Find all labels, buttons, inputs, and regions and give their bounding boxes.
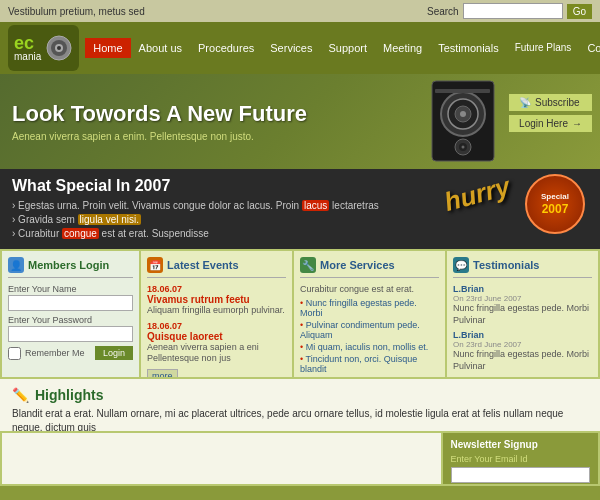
subscribe-icon: 📡 xyxy=(519,97,531,108)
services-panel-title: More Services xyxy=(320,259,395,271)
special-badge: Special 2007 xyxy=(525,174,585,234)
svg-point-8 xyxy=(460,111,466,117)
search-area: Search Go xyxy=(427,3,592,19)
badge-year: 2007 xyxy=(542,202,569,216)
testimonial2-name: L.Brian xyxy=(453,330,592,340)
more-services-panel: 🔧 More Services Curabitur congue est at … xyxy=(294,251,445,377)
highlights-title: ✏️ Highlights xyxy=(12,387,588,403)
speaker-svg xyxy=(430,79,500,164)
login-here-button[interactable]: Login Here → xyxy=(509,115,592,132)
events-panel-title: Latest Events xyxy=(167,259,239,271)
search-input[interactable] xyxy=(463,3,563,19)
members-panel-header: 👤 Members Login xyxy=(8,257,133,278)
testimonial2-text: Nunc fringilla egestas pede. Morbi Pulvi… xyxy=(453,349,592,372)
members-icon: 👤 xyxy=(8,257,24,273)
event1-desc: Aliquam fringilla eumorph pulvinar. xyxy=(147,305,286,317)
content-grid: 👤 Members Login Enter Your Name Enter Yo… xyxy=(0,249,600,379)
services-icon: 🔧 xyxy=(300,257,316,273)
pencil-icon: ✏️ xyxy=(12,387,29,403)
testimonials-panel: 💬 Testimonials L.Brian On 23rd June 2007… xyxy=(447,251,598,377)
testimonial-1: L.Brian On 23rd June 2007 Nunc fringilla… xyxy=(453,284,592,326)
highlights-text: Blandit erat a erat. Nullam ornare, mi a… xyxy=(12,407,588,431)
hero-text: Look Towords A New Future Aenean viverra… xyxy=(12,101,307,142)
login-button[interactable]: Login xyxy=(95,346,133,360)
search-go-button[interactable]: Go xyxy=(567,4,592,19)
logo-mania: mania xyxy=(14,52,41,62)
testimonial1-date: On 23rd June 2007 xyxy=(453,294,592,303)
members-login-panel: 👤 Members Login Enter Your Name Enter Yo… xyxy=(2,251,139,377)
password-field: Enter Your Password xyxy=(8,315,133,342)
newsletter-label: Enter Your Email Id xyxy=(451,454,591,464)
hero-headline: Look Towords A New Future xyxy=(12,101,307,127)
tagline: Vestibulum pretium, metus sed xyxy=(8,6,145,17)
newsletter-panel: Newsletter Signup Enter Your Email Id xyxy=(443,433,599,484)
svg-point-3 xyxy=(57,46,61,50)
special-lines: › Egestas urna. Proin velit. Vivamus con… xyxy=(12,199,588,241)
event-1: 18.06.07 Vivamus rutrum feetu Aliquam fr… xyxy=(147,284,286,317)
svg-point-11 xyxy=(462,146,465,149)
newsletter-title: Newsletter Signup xyxy=(451,439,591,450)
event1-title[interactable]: Vivamus rutrum feetu xyxy=(147,294,286,305)
services-panel-header: 🔧 More Services xyxy=(300,257,439,278)
event2-date: 18.06.07 xyxy=(147,321,286,331)
members-panel-title: Members Login xyxy=(28,259,109,271)
badge-special: Special xyxy=(541,192,569,202)
logo-disc-icon xyxy=(45,34,73,62)
search-label: Search xyxy=(427,6,459,17)
svg-rect-12 xyxy=(435,89,490,93)
footer-row: Newsletter Signup Enter Your Email Id xyxy=(0,431,600,486)
nav-future[interactable]: Future Plans xyxy=(507,38,580,58)
logo: ec mania xyxy=(8,25,79,71)
nav-about[interactable]: About us xyxy=(131,38,190,58)
special-line3: Curabitur congue est at erat. Suspendiss… xyxy=(18,228,209,239)
logo-ec: ec xyxy=(14,34,34,52)
hero-subtext: Aenean viverra sapien a enim. Pellentesq… xyxy=(12,131,307,142)
nav-procedures[interactable]: Procedures xyxy=(190,38,262,58)
nav-contact[interactable]: Contact xyxy=(579,38,600,58)
top-bar: Vestibulum pretium, metus sed Search Go xyxy=(0,0,600,22)
service-item-3[interactable]: Mi quam, iaculis non, mollis et. xyxy=(300,341,439,353)
events-more-link[interactable]: more xyxy=(147,369,178,377)
service-item-1[interactable]: Nunc fringilla egestas pede. Morbi xyxy=(300,297,439,319)
event2-title[interactable]: Quisque laoreet xyxy=(147,331,286,342)
arrow-icon: → xyxy=(572,118,582,129)
nav-home[interactable]: Home xyxy=(85,38,130,58)
service-item-2[interactable]: Pulvinar condimentum pede. Aliquam xyxy=(300,319,439,341)
highlights-section: ✏️ Highlights Blandit erat a erat. Nulla… xyxy=(0,379,600,431)
special-line2: Gravida sem ligula vel nisi. xyxy=(18,214,141,225)
remember-row: Remember Me Login xyxy=(8,346,133,360)
name-label: Enter Your Name xyxy=(8,284,133,294)
testimonial-2: L.Brian On 23rd June 2007 Nunc fringilla… xyxy=(453,330,592,372)
testimonial1-text: Nunc fringilla egestas pede. Morbi Pulvi… xyxy=(453,303,592,326)
latest-events-panel: 📅 Latest Events 18.06.07 Vivamus rutrum … xyxy=(141,251,292,377)
password-input[interactable] xyxy=(8,326,133,342)
testimonials-panel-header: 💬 Testimonials xyxy=(453,257,592,278)
logo-text: ec mania xyxy=(14,34,41,62)
testimonial1-name: L.Brian xyxy=(453,284,592,294)
event-2: 18.06.07 Quisque laoreet Aenean viverra … xyxy=(147,321,286,365)
testimonial2-date: On 23rd June 2007 xyxy=(453,340,592,349)
remember-label: Remember Me xyxy=(25,348,85,358)
subscribe-button[interactable]: 📡 Subscribe xyxy=(509,94,592,111)
speaker-image xyxy=(430,79,500,166)
event2-desc: Aenean viverra sapien a eni Pellentesque… xyxy=(147,342,286,365)
testimonials-icon: 💬 xyxy=(453,257,469,273)
newsletter-email-input[interactable] xyxy=(451,467,591,483)
password-label: Enter Your Password xyxy=(8,315,133,325)
service-item-5[interactable]: Erat a erat. Nullam ornare, mi ac. xyxy=(300,375,439,377)
event1-date: 18.06.07 xyxy=(147,284,286,294)
events-icon: 📅 xyxy=(147,257,163,273)
events-panel-header: 📅 Latest Events xyxy=(147,257,286,278)
name-input[interactable] xyxy=(8,295,133,311)
nav-testimonials[interactable]: Testimonials xyxy=(430,38,507,58)
nav-services[interactable]: Services xyxy=(262,38,320,58)
services-list: Nunc fringilla egestas pede. Morbi Pulvi… xyxy=(300,297,439,377)
nav-meeting[interactable]: Meeting xyxy=(375,38,430,58)
footer-left xyxy=(2,433,441,484)
remember-checkbox[interactable] xyxy=(8,347,21,360)
nav-support[interactable]: Support xyxy=(320,38,375,58)
hero-buttons: 📡 Subscribe Login Here → xyxy=(509,94,592,132)
service-item-4[interactable]: Tincidunt non, orci. Quisque blandit xyxy=(300,353,439,375)
nav: Home About us Procedures Services Suppor… xyxy=(85,38,600,58)
services-intro: Curabitur congue est at erat. xyxy=(300,284,439,294)
